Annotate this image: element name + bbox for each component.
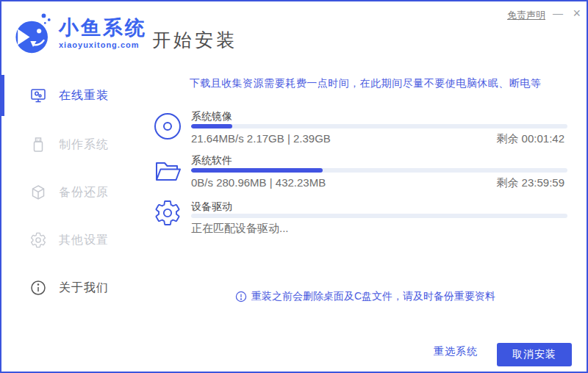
sidebar-item-label: 备份还原 — [59, 185, 109, 200]
page-title: 开始安装 — [152, 28, 237, 52]
usb-icon — [29, 136, 47, 153]
fish-logo-icon — [12, 10, 54, 56]
brand-name: 小鱼系统 — [59, 17, 147, 39]
task-progress-fill — [191, 124, 232, 128]
close-button[interactable]: × — [573, 6, 581, 21]
sidebar-item-backup-restore[interactable]: 备份还原 — [29, 182, 109, 203]
sidebar-item-label: 在线重装 — [59, 88, 109, 104]
download-warning-text: 下载且收集资源需要耗费一点时间，在此期间尽量不要使电脑休眠、断电等 — [141, 77, 588, 90]
backup-note: 重装之前会删除桌面及C盘文件，请及时备份重要资料 — [141, 290, 588, 303]
sidebar-item-online-reinstall[interactable]: 在线重装 — [29, 85, 109, 106]
task-progress-bar — [191, 214, 567, 218]
gear-icon — [29, 231, 47, 249]
backup-cube-icon — [29, 184, 47, 201]
sidebar-item-label: 其他设置 — [59, 233, 109, 248]
task-progress-bar — [191, 168, 567, 173]
reselect-system-button[interactable]: 重选系统 — [434, 345, 478, 358]
sidebar-item-about-us[interactable]: 关于我们 — [29, 278, 109, 298]
open-folder-icon — [153, 156, 182, 186]
sidebar-item-other-settings[interactable]: 其他设置 — [29, 230, 109, 250]
task-progress-bar — [191, 124, 567, 128]
logo-text: 小鱼系统 xiaoyuxitong.com — [59, 17, 147, 49]
disclaimer-link[interactable]: 免责声明 — [507, 9, 545, 22]
gear-icon — [153, 198, 182, 228]
minimize-button[interactable]: — — [553, 7, 563, 19]
exclamation-circle-icon — [235, 291, 247, 303]
sidebar-item-make-system[interactable]: 制作系统 — [29, 134, 109, 155]
task-stats: 21.64MB/s 2.17GB | 2.39GB — [191, 132, 331, 145]
task-remaining: 剩余 00:01:42 — [496, 132, 564, 146]
info-icon — [29, 279, 47, 297]
monitor-reinstall-icon — [29, 87, 47, 104]
task-name: 系统镜像 — [191, 110, 232, 123]
backup-note-text: 重装之前会删除桌面及C盘文件，请及时备份重要资料 — [251, 290, 495, 303]
task-progress-fill — [191, 168, 323, 173]
brand-domain: xiaoyuxitong.com — [59, 40, 147, 49]
app-window: 小鱼系统 xiaoyuxitong.com 开始安装 免责声明 — × 在线重装 — [0, 0, 588, 373]
task-status-text: 正在匹配设备驱动... — [191, 222, 289, 236]
sidebar-item-label: 关于我们 — [59, 280, 109, 296]
app-logo: 小鱼系统 xiaoyuxitong.com — [12, 10, 147, 56]
sidebar-item-label: 制作系统 — [59, 137, 109, 153]
task-remaining: 剩余 23:59:59 — [496, 176, 564, 190]
task-name: 系统软件 — [191, 154, 232, 167]
sidebar-active-indicator — [1, 75, 4, 116]
task-stats: 0B/s 280.96MB | 432.23MB — [191, 176, 326, 189]
task-name: 设备驱动 — [191, 200, 232, 214]
disc-icon — [153, 112, 182, 141]
cancel-install-button[interactable]: 取消安装 — [497, 343, 572, 366]
